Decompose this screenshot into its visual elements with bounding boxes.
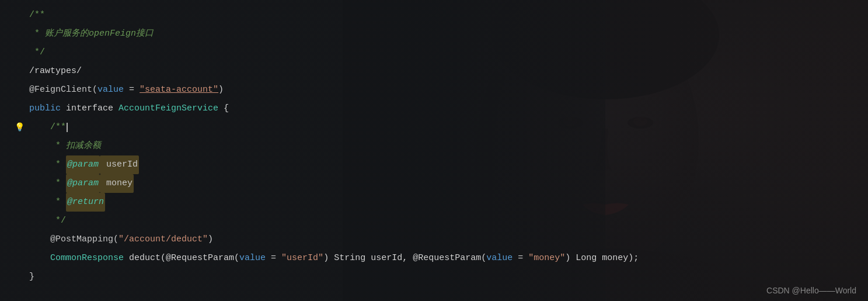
token: /** xyxy=(29,118,66,137)
code-line-12: */ xyxy=(0,212,868,230)
token: /rawtypes/ xyxy=(29,62,82,81)
token: * xyxy=(29,174,66,193)
token: ) xyxy=(218,81,224,99)
token: @param xyxy=(66,155,100,174)
token: 扣减余额 xyxy=(66,137,101,155)
code-line-14: CommonResponse deduct(@RequestParam(valu… xyxy=(0,249,868,268)
token: @param xyxy=(66,174,100,193)
token: AccountFeignService xyxy=(118,99,218,118)
token: 账户服务的openFeign接口 xyxy=(45,25,154,43)
code-line-3: */ xyxy=(0,43,868,62)
token: @PostMapping( xyxy=(29,230,118,249)
token: money xyxy=(100,174,134,193)
code-line-11: * @return xyxy=(0,193,868,212)
code-line-7: 💡 /** xyxy=(0,118,868,137)
token: "userId" xyxy=(281,249,323,268)
token: */ xyxy=(29,43,45,62)
token: interface xyxy=(61,99,118,118)
token: * xyxy=(29,193,66,212)
token: value xyxy=(239,249,266,268)
token: * xyxy=(29,25,45,43)
code-line-13: @PostMapping("/account/deduct") xyxy=(0,230,868,249)
lightbulb-icon: 💡 xyxy=(15,118,25,137)
token: "money" xyxy=(528,249,565,268)
token: */ xyxy=(29,212,66,230)
token: public xyxy=(29,99,61,118)
token: ) String userId, @RequestParam( xyxy=(323,249,486,268)
code-line-9: * @param userId xyxy=(0,155,868,174)
code-line-15: } xyxy=(0,268,868,286)
token: value xyxy=(97,81,124,99)
code-line-4: /rawtypes/ xyxy=(0,62,868,81)
token: CommonResponse xyxy=(29,249,124,268)
token: @FeignClient( xyxy=(29,81,97,99)
code-line-6: public interface AccountFeignService { xyxy=(0,99,868,118)
token: = xyxy=(266,249,281,268)
text-cursor xyxy=(67,123,68,132)
token: userId xyxy=(100,155,139,174)
code-editor: /** * 账户服务的openFeign接口 */ /rawtypes/ @Fe… xyxy=(0,0,868,301)
code-line-2: * 账户服务的openFeign接口 xyxy=(0,25,868,43)
code-line-10: * @param money xyxy=(0,174,868,193)
token: * xyxy=(29,137,66,155)
token: = xyxy=(513,249,528,268)
token: /** xyxy=(29,6,45,25)
token: deduct(@RequestParam( xyxy=(124,249,239,268)
token: = xyxy=(124,81,140,99)
token: ) xyxy=(208,230,213,249)
token: } xyxy=(29,268,34,286)
code-line-5: @FeignClient(value = "seata-account") xyxy=(0,81,868,99)
token: "seata-account" xyxy=(140,81,218,99)
token: @return xyxy=(66,193,105,212)
token: value xyxy=(486,249,513,268)
token: * xyxy=(29,155,66,174)
token: { xyxy=(218,99,229,118)
watermark: CSDN @Hello——World xyxy=(766,286,856,295)
token: ) Long money); xyxy=(565,249,639,268)
code-line-1: /** xyxy=(0,6,868,25)
code-line-8: * 扣减余额 xyxy=(0,137,868,155)
token: "/account/deduct" xyxy=(118,230,208,249)
gutter-7: 💡 xyxy=(12,118,29,137)
